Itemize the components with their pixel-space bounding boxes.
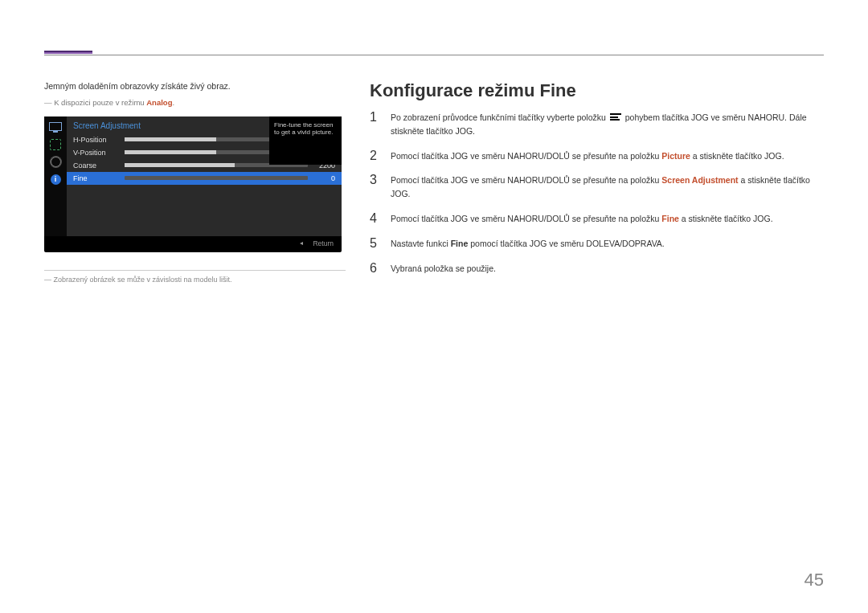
back-arrow-icon: ◂ xyxy=(300,239,303,247)
footnote-rule xyxy=(44,270,346,271)
step-number: 2 xyxy=(370,149,379,162)
osd-main: Screen Adjustment H-Position50V-Position… xyxy=(67,116,342,236)
step-text: Nastavte funkci Fine pomocí tlačítka JOG… xyxy=(391,237,824,251)
right-column: Konfigurace režimu Fine 1Po zobrazení pr… xyxy=(370,80,824,286)
step-number: 6 xyxy=(370,262,379,275)
osd-description-panel: Fine-tune the screen to get a vivid pict… xyxy=(269,116,342,165)
step-number: 1 xyxy=(370,111,379,124)
osd-row-label: H-Position xyxy=(73,136,120,144)
section-heading: Konfigurace režimu Fine xyxy=(370,80,824,101)
step-text: Pomocí tlačítka JOG ve směru NAHORU/DOLŮ… xyxy=(391,149,824,163)
osd-slider xyxy=(125,176,308,180)
steps-list: 1Po zobrazení průvodce funkčními tlačítk… xyxy=(370,111,824,275)
tv-icon xyxy=(48,121,63,133)
left-column: Jemným doladěním obrazovky získáte živý … xyxy=(44,80,346,284)
osd-row: Fine0 xyxy=(67,172,342,185)
header-accent-bar xyxy=(44,51,92,54)
note-suffix: . xyxy=(172,98,174,107)
step: 3Pomocí tlačítka JOG ve směru NAHORU/DOL… xyxy=(370,174,824,201)
page-number: 45 xyxy=(805,570,824,591)
step-text: Pomocí tlačítka JOG ve směru NAHORU/DOLŮ… xyxy=(391,174,824,201)
osd-row-label: V-Position xyxy=(73,149,120,157)
intro-text: Jemným doladěním obrazovky získáte živý … xyxy=(44,80,346,93)
availability-note: K dispozici pouze v režimu Analog. xyxy=(44,98,346,107)
note-prefix: K dispozici pouze v režimu xyxy=(54,98,146,107)
osd-row-label: Coarse xyxy=(73,161,120,170)
step: 4Pomocí tlačítka JOG ve směru NAHORU/DOL… xyxy=(370,212,824,226)
step-number: 4 xyxy=(370,212,379,225)
step: 1Po zobrazení průvodce funkčními tlačítk… xyxy=(370,111,824,138)
note-bold: Analog xyxy=(146,98,172,107)
header-rule xyxy=(44,55,824,55)
info-icon: i xyxy=(48,174,63,186)
osd-return-label: Return xyxy=(313,239,334,247)
gear-icon xyxy=(48,157,63,168)
image-disclaimer: Zobrazený obrázek se může v závislosti n… xyxy=(44,276,346,284)
menu-icon xyxy=(610,113,621,122)
step-number: 5 xyxy=(370,237,379,250)
step-text: Pomocí tlačítka JOG ve směru NAHORU/DOLŮ… xyxy=(391,212,824,226)
osd-sidebar: i xyxy=(44,116,67,236)
step-number: 3 xyxy=(370,174,379,186)
osd-screenshot: i Screen Adjustment H-Position50V-Positi… xyxy=(44,116,342,252)
step: 6Vybraná položka se použije. xyxy=(370,262,824,276)
osd-row-label: Fine xyxy=(73,174,120,182)
adjust-icon xyxy=(48,139,63,150)
step: 2Pomocí tlačítka JOG ve směru NAHORU/DOL… xyxy=(370,149,824,163)
osd-footer: ◂ Return xyxy=(44,236,342,251)
osd-row-value: 0 xyxy=(313,174,335,182)
step: 5Nastavte funkci Fine pomocí tlačítka JO… xyxy=(370,237,824,251)
step-text: Po zobrazení průvodce funkčními tlačítky… xyxy=(391,111,824,138)
step-text: Vybraná položka se použije. xyxy=(391,262,824,276)
